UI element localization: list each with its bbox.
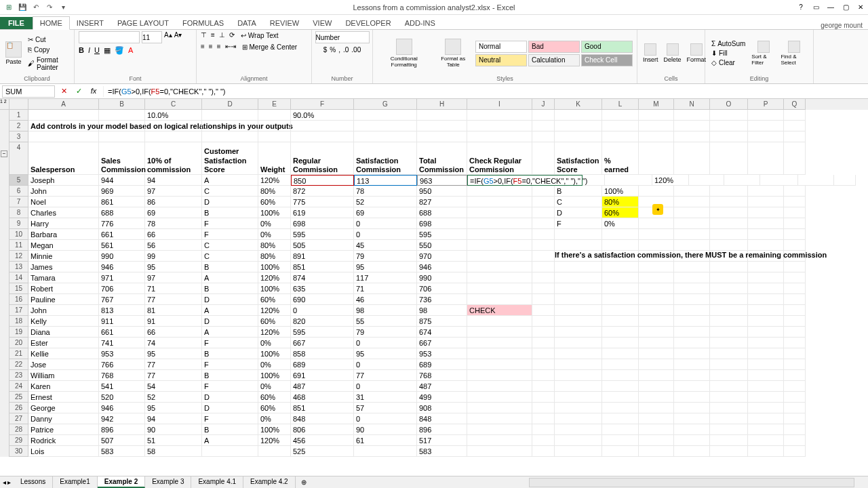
cell[interactable]: 113 <box>354 175 417 186</box>
row-header[interactable]: 20 <box>9 338 28 348</box>
cell[interactable]: C <box>555 197 602 207</box>
cell[interactable] <box>748 392 784 403</box>
conditional-formatting-button[interactable]: Conditional Formatting <box>377 37 431 69</box>
row-header[interactable]: 2 <box>9 121 28 131</box>
cell[interactable] <box>748 370 784 381</box>
cell[interactable] <box>602 424 639 435</box>
cell[interactable] <box>784 403 806 413</box>
underline-button[interactable]: U <box>94 46 100 55</box>
cell[interactable]: Barbara <box>28 229 99 240</box>
cell[interactable]: 911 <box>99 316 145 327</box>
cell[interactable] <box>602 403 639 413</box>
cell[interactable] <box>532 327 555 338</box>
cell[interactable]: 0 <box>354 338 417 348</box>
cell[interactable]: 120% <box>258 327 291 338</box>
cell[interactable] <box>28 131 99 142</box>
col-header-K[interactable]: K <box>555 99 602 110</box>
cell[interactable]: 57 <box>354 403 417 413</box>
cell[interactable]: 0 <box>354 381 417 392</box>
cell[interactable] <box>532 305 555 316</box>
cell[interactable]: D <box>555 207 602 218</box>
cell[interactable]: 52 <box>354 197 417 207</box>
cell[interactable] <box>532 316 555 327</box>
format-painter-button[interactable]: 🖌 Format Painter <box>26 56 70 72</box>
cell[interactable]: George <box>28 403 99 413</box>
cell[interactable] <box>532 240 555 251</box>
cell[interactable] <box>467 121 532 131</box>
cut-button[interactable]: ✂ Cut <box>26 35 70 44</box>
cell[interactable]: 688 <box>417 207 467 218</box>
cell[interactable] <box>555 403 602 413</box>
cell[interactable]: 776 <box>99 218 145 229</box>
cell[interactable] <box>710 370 748 381</box>
cell[interactable] <box>602 435 639 446</box>
cell[interactable] <box>532 392 555 403</box>
cell[interactable]: 100% <box>258 207 291 218</box>
cell[interactable]: 80% <box>258 186 291 197</box>
cell[interactable] <box>674 186 710 197</box>
cell[interactable]: 946 <box>99 262 145 272</box>
undo-icon[interactable]: ↶ <box>30 1 42 14</box>
cell[interactable]: 950 <box>417 186 467 197</box>
row-header[interactable]: 8 <box>9 207 28 218</box>
cell[interactable] <box>555 272 602 283</box>
cell[interactable]: 95 <box>145 403 202 413</box>
cell[interactable] <box>674 207 710 218</box>
cell[interactable]: 525 <box>291 446 354 457</box>
cell[interactable]: Charles <box>28 207 99 218</box>
cell[interactable] <box>555 348 602 359</box>
cell[interactable]: 79 <box>354 327 417 338</box>
cell[interactable]: Joseph <box>28 175 99 186</box>
cell[interactable]: 80% <box>258 251 291 262</box>
cell[interactable]: 60% <box>258 316 291 327</box>
cell[interactable]: 775 <box>291 197 354 207</box>
cell[interactable]: 100% <box>602 186 639 197</box>
cell[interactable]: F <box>202 338 258 348</box>
cell[interactable] <box>532 424 555 435</box>
row-header[interactable]: 30 <box>9 446 28 457</box>
cell[interactable] <box>710 424 748 435</box>
cell[interactable]: 858 <box>291 348 354 359</box>
cell[interactable] <box>532 338 555 348</box>
cell[interactable]: 97 <box>145 272 202 283</box>
indent-icons[interactable]: ⇤⇥ <box>225 43 236 52</box>
cell[interactable] <box>710 283 748 294</box>
cell[interactable] <box>784 316 806 327</box>
cell[interactable] <box>639 338 674 348</box>
row-header[interactable]: 16 <box>9 294 28 305</box>
cell[interactable] <box>602 359 639 370</box>
cell[interactable]: 0 <box>354 413 417 424</box>
cell[interactable]: 820 <box>291 316 354 327</box>
cell[interactable] <box>710 446 748 457</box>
cell[interactable]: 60% <box>258 392 291 403</box>
cell[interactable] <box>532 142 555 175</box>
row-header[interactable]: 19 <box>9 327 28 338</box>
cell[interactable] <box>748 186 784 197</box>
cell[interactable] <box>748 207 784 218</box>
merge-center-button[interactable]: ⊞ Merge & Center <box>240 43 300 52</box>
cell[interactable]: Total Commission <box>417 142 467 175</box>
cell[interactable] <box>674 197 710 207</box>
cell[interactable] <box>710 316 748 327</box>
cell[interactable] <box>710 381 748 392</box>
cell[interactable] <box>467 348 532 359</box>
cell[interactable] <box>748 142 784 175</box>
cell[interactable] <box>748 327 784 338</box>
qat-dropdown-icon[interactable]: ▾ <box>57 1 69 14</box>
tab-insert[interactable]: INSERT <box>70 17 111 29</box>
cell[interactable]: 635 <box>291 283 354 294</box>
cell[interactable] <box>602 348 639 359</box>
cell[interactable] <box>467 272 532 283</box>
cell[interactable] <box>467 381 532 392</box>
cell[interactable] <box>748 240 784 251</box>
cell[interactable] <box>639 327 674 338</box>
cell[interactable] <box>532 251 555 262</box>
cell[interactable]: John <box>28 305 99 316</box>
cell[interactable]: 0% <box>258 229 291 240</box>
cell[interactable] <box>784 197 806 207</box>
cell[interactable]: 827 <box>417 197 467 207</box>
cell[interactable] <box>602 338 639 348</box>
cell[interactable] <box>467 403 532 413</box>
cell[interactable]: 875 <box>417 316 467 327</box>
cell[interactable] <box>417 110 467 121</box>
